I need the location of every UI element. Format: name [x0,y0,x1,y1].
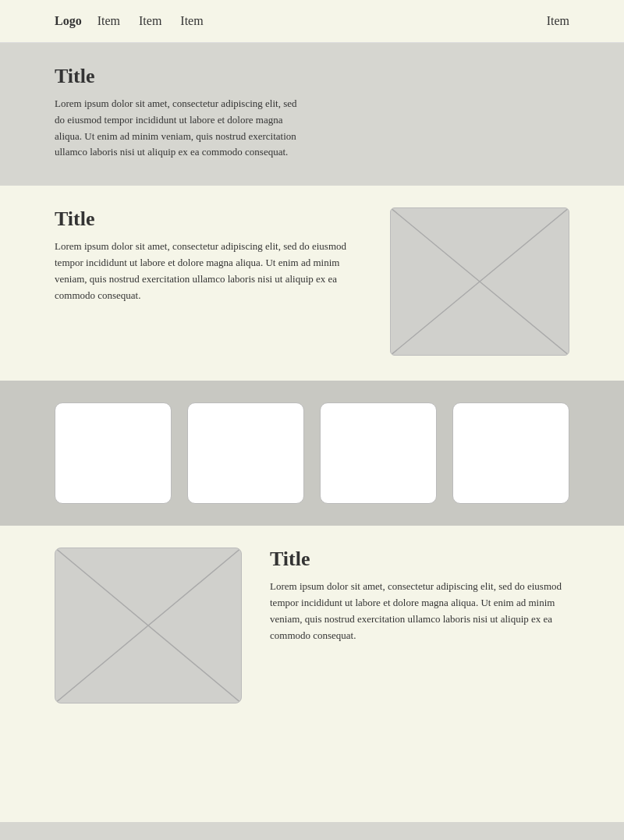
section-2: Title Lorem ipsum dolor sit amet, consec… [0,186,624,381]
navbar-logo: Logo [55,14,82,28]
navbar-item-3[interactable]: Item [180,14,203,28]
navbar: Logo Item Item Item Item [0,0,624,43]
navbar-right-item: Item [547,14,569,28]
section-2-text: Title Lorem ipsum dolor sit amet, consec… [55,207,367,303]
content-area: Title Lorem ipsum dolor sit amet, consec… [0,43,624,840]
section-1-body: Lorem ipsum dolor sit amet, consectetur … [55,96,304,161]
section-1: Title Lorem ipsum dolor sit amet, consec… [0,43,624,186]
card-3 [320,402,437,504]
section-4-text: Title Lorem ipsum dolor sit amet, consec… [270,548,569,643]
footer: Item Item Item Item [0,822,624,840]
card-1 [55,402,172,504]
section-4-image [55,548,242,704]
navbar-item-right[interactable]: Item [547,14,569,27]
navbar-item-1[interactable]: Item [98,14,120,28]
navbar-item-2[interactable]: Item [139,14,161,28]
section-4: Title Lorem ipsum dolor sit amet, consec… [0,526,624,728]
section-2-image [390,207,569,356]
card-2 [187,402,304,504]
section-2-body: Lorem ipsum dolor sit amet, consectetur … [55,239,367,303]
section-1-title: Title [55,65,569,88]
section-2-title: Title [55,207,367,231]
section-3 [0,381,624,526]
navbar-items: Item Item Item [98,14,204,28]
card-4 [452,402,569,504]
page-wrapper: Logo Item Item Item Item Title Lorem ips… [0,0,624,840]
section-4-body: Lorem ipsum dolor sit amet, consectetur … [270,579,569,643]
section-4-title: Title [270,548,569,571]
